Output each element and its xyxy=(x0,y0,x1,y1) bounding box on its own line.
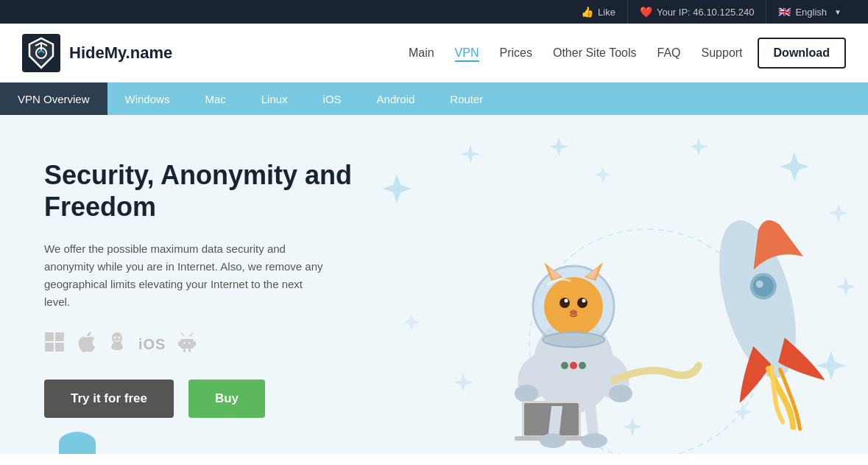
tab-mac[interactable]: Mac xyxy=(187,83,243,115)
bottom-hint xyxy=(59,432,96,454)
language-selector[interactable]: 🇬🇧 English ▼ xyxy=(766,0,853,24)
nav-links: Main VPN Prices Other Site Tools FAQ Sup… xyxy=(409,46,743,60)
svg-rect-12 xyxy=(178,341,180,346)
svg-line-17 xyxy=(190,333,193,336)
svg-point-41 xyxy=(540,433,566,448)
svg-rect-14 xyxy=(183,349,186,352)
tab-router[interactable]: Router xyxy=(432,83,501,115)
rocket xyxy=(705,212,825,430)
astronaut-cat xyxy=(515,262,699,448)
svg-point-33 xyxy=(570,362,577,369)
chevron-down-icon: ▼ xyxy=(834,8,841,16)
svg-point-18 xyxy=(184,343,186,344)
nav-item-main[interactable]: Main xyxy=(409,46,434,60)
ios-label: iOS xyxy=(138,336,166,353)
windows-icon xyxy=(44,332,65,357)
tab-windows[interactable]: Windows xyxy=(107,83,188,115)
svg-point-42 xyxy=(581,433,607,448)
hero-buttons: Try it for free Buy xyxy=(44,380,353,418)
heart-icon: ❤️ xyxy=(640,6,652,18)
svg-rect-6 xyxy=(45,343,54,352)
svg-rect-13 xyxy=(194,341,196,346)
like-label: Like xyxy=(598,7,615,18)
svg-point-29 xyxy=(565,299,568,303)
nav-item-other-site-tools[interactable]: Other Site Tools xyxy=(553,46,637,60)
hero-title: Security, Anonymity and Freedom xyxy=(44,159,353,223)
logo-icon xyxy=(22,34,60,72)
ip-display: ❤️ Your IP: 46.10.125.240 xyxy=(628,0,767,24)
svg-point-27 xyxy=(560,298,570,308)
android-icon xyxy=(177,332,197,357)
flag-icon: 🇬🇧 xyxy=(778,6,791,18)
sub-nav: VPN Overview Windows Mac Linux iOS Andro… xyxy=(0,83,868,115)
svg-point-32 xyxy=(561,362,568,369)
svg-rect-5 xyxy=(55,332,64,341)
hero-section: Security, Anonymity and Freedom We offer… xyxy=(0,115,868,454)
svg-point-36 xyxy=(515,385,538,402)
svg-point-19 xyxy=(189,343,191,344)
top-bar: 👍 Like ❤️ Your IP: 46.10.125.240 🇬🇧 Engl… xyxy=(0,0,868,24)
like-button[interactable]: 👍 Like xyxy=(569,0,628,24)
svg-rect-4 xyxy=(45,332,54,341)
ip-label: Your IP: 46.10.125.240 xyxy=(657,7,755,18)
svg-point-9 xyxy=(114,337,116,339)
platform-icons: iOS xyxy=(44,332,353,357)
logo-link[interactable]: HideMy.name xyxy=(22,34,172,72)
hero-text-area: Security, Anonymity and Freedom We offer… xyxy=(44,152,353,418)
tab-ios[interactable]: iOS xyxy=(306,83,359,115)
nav-item-vpn[interactable]: VPN xyxy=(455,46,479,60)
svg-line-16 xyxy=(181,333,184,336)
logo-text: HideMy.name xyxy=(69,43,172,63)
hero-description: We offer the possible maximum data secur… xyxy=(44,240,324,311)
main-nav: HideMy.name Main VPN Prices Other Site T… xyxy=(0,24,868,83)
svg-point-28 xyxy=(577,298,588,308)
download-button[interactable]: Download xyxy=(758,38,846,69)
svg-rect-7 xyxy=(55,343,64,352)
illustration-svg xyxy=(353,115,868,454)
linux-icon xyxy=(107,332,127,357)
svg-point-35 xyxy=(543,332,604,347)
language-label: English xyxy=(795,7,827,18)
svg-point-34 xyxy=(579,362,586,369)
nav-item-prices[interactable]: Prices xyxy=(500,46,532,60)
svg-point-30 xyxy=(582,299,586,303)
svg-rect-11 xyxy=(180,339,194,349)
tab-android[interactable]: Android xyxy=(359,83,433,115)
try-free-button[interactable]: Try it for free xyxy=(44,380,174,418)
nav-item-support[interactable]: Support xyxy=(702,46,743,60)
apple-icon xyxy=(77,332,96,357)
nav-item-faq[interactable]: FAQ xyxy=(657,46,681,60)
svg-point-26 xyxy=(544,277,603,336)
svg-rect-15 xyxy=(188,349,191,352)
svg-point-10 xyxy=(119,337,121,339)
buy-button[interactable]: Buy xyxy=(188,380,265,418)
tab-linux[interactable]: Linux xyxy=(244,83,306,115)
tab-vpn-overview[interactable]: VPN Overview xyxy=(0,83,107,115)
svg-point-37 xyxy=(609,385,632,402)
thumbs-up-icon: 👍 xyxy=(581,6,593,18)
hero-illustration xyxy=(353,115,868,454)
svg-point-31 xyxy=(570,310,577,315)
